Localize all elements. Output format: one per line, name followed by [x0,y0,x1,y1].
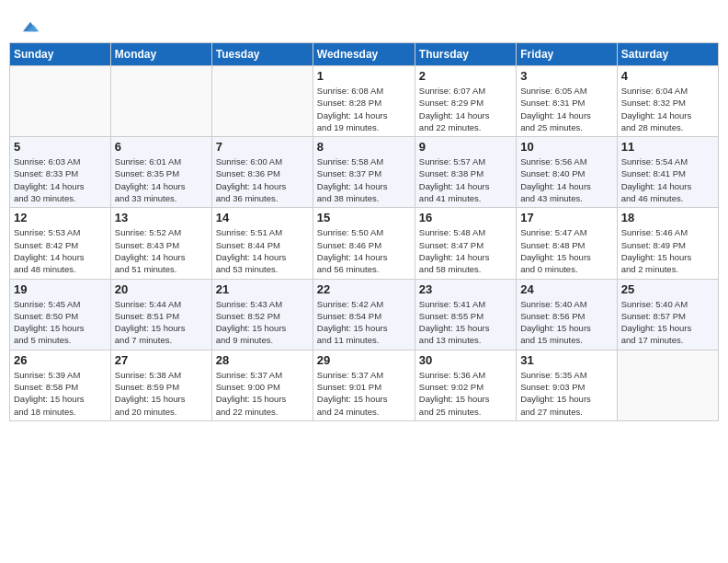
calendar-day-cell: 30Sunrise: 5:36 AM Sunset: 9:02 PM Dayli… [415,350,516,420]
calendar-week-row: 1Sunrise: 6:08 AM Sunset: 8:28 PM Daylig… [10,66,719,137]
calendar-day-cell [110,66,211,137]
calendar-day-cell [211,66,313,137]
day-number: 24 [520,282,612,296]
day-number: 31 [520,353,612,367]
day-number: 11 [621,140,714,154]
calendar-day-cell: 17Sunrise: 5:47 AM Sunset: 8:48 PM Dayli… [517,208,617,279]
day-number: 1 [317,69,411,83]
calendar-day-cell: 23Sunrise: 5:41 AM Sunset: 8:55 PM Dayli… [415,279,516,350]
day-number: 18 [621,211,714,224]
calendar-day-cell: 14Sunrise: 5:51 AM Sunset: 8:44 PM Dayli… [211,208,313,279]
day-info: Sunrise: 5:48 AM Sunset: 8:47 PM Dayligh… [419,226,512,275]
day-info: Sunrise: 5:35 AM Sunset: 9:03 PM Dayligh… [520,369,612,418]
day-number: 19 [14,282,107,296]
day-info: Sunrise: 5:41 AM Sunset: 8:55 PM Dayligh… [419,298,512,347]
day-info: Sunrise: 5:57 AM Sunset: 8:38 PM Dayligh… [419,155,512,204]
calendar-day-cell: 9Sunrise: 5:57 AM Sunset: 8:38 PM Daylig… [415,137,516,208]
day-info: Sunrise: 5:58 AM Sunset: 8:37 PM Dayligh… [317,155,411,204]
day-number: 6 [115,140,208,154]
day-number: 25 [621,282,714,296]
day-number: 20 [115,282,208,296]
day-number: 23 [419,282,512,296]
calendar-day-cell: 28Sunrise: 5:37 AM Sunset: 9:00 PM Dayli… [211,350,313,420]
day-number: 3 [520,69,612,83]
calendar-day-cell [10,66,111,137]
calendar-day-cell: 1Sunrise: 6:08 AM Sunset: 8:28 PM Daylig… [313,66,415,137]
day-number: 8 [317,140,411,154]
weekday-header-saturday: Saturday [617,43,718,66]
day-info: Sunrise: 5:36 AM Sunset: 9:02 PM Dayligh… [419,369,512,418]
weekday-header-sunday: Sunday [10,43,111,66]
day-number: 7 [216,140,309,154]
day-info: Sunrise: 5:51 AM Sunset: 8:44 PM Dayligh… [216,226,309,275]
day-number: 17 [520,211,612,224]
day-number: 9 [419,140,512,154]
weekday-header-monday: Monday [110,43,211,66]
day-number: 4 [621,69,714,83]
logo [18,17,40,33]
day-info: Sunrise: 5:42 AM Sunset: 8:54 PM Dayligh… [317,298,411,347]
calendar-day-cell: 2Sunrise: 6:07 AM Sunset: 8:29 PM Daylig… [415,66,516,137]
calendar-day-cell: 4Sunrise: 6:04 AM Sunset: 8:32 PM Daylig… [617,66,718,137]
day-info: Sunrise: 5:56 AM Sunset: 8:40 PM Dayligh… [520,155,612,204]
calendar-day-cell: 26Sunrise: 5:39 AM Sunset: 8:58 PM Dayli… [10,350,111,420]
day-number: 16 [419,211,512,224]
calendar-day-cell: 29Sunrise: 5:37 AM Sunset: 9:01 PM Dayli… [313,350,415,420]
day-number: 15 [317,211,411,224]
calendar-day-cell: 8Sunrise: 5:58 AM Sunset: 8:37 PM Daylig… [313,137,415,208]
day-info: Sunrise: 6:00 AM Sunset: 8:36 PM Dayligh… [216,155,309,204]
day-number: 30 [419,353,512,367]
calendar-week-row: 26Sunrise: 5:39 AM Sunset: 8:58 PM Dayli… [10,350,719,420]
calendar-day-cell: 15Sunrise: 5:50 AM Sunset: 8:46 PM Dayli… [313,208,415,279]
calendar-day-cell: 6Sunrise: 6:01 AM Sunset: 8:35 PM Daylig… [110,137,211,208]
calendar-day-cell: 5Sunrise: 6:03 AM Sunset: 8:33 PM Daylig… [10,137,111,208]
calendar-week-row: 5Sunrise: 6:03 AM Sunset: 8:33 PM Daylig… [10,137,719,208]
weekday-header-tuesday: Tuesday [211,43,313,66]
day-info: Sunrise: 5:39 AM Sunset: 8:58 PM Dayligh… [14,369,107,418]
calendar-day-cell: 16Sunrise: 5:48 AM Sunset: 8:47 PM Dayli… [415,208,516,279]
weekday-header-wednesday: Wednesday [313,43,415,66]
day-info: Sunrise: 5:53 AM Sunset: 8:42 PM Dayligh… [14,226,107,275]
day-number: 21 [216,282,309,296]
day-number: 27 [115,353,208,367]
day-number: 29 [317,353,411,367]
day-info: Sunrise: 5:43 AM Sunset: 8:52 PM Dayligh… [216,298,309,347]
calendar-day-cell: 7Sunrise: 6:00 AM Sunset: 8:36 PM Daylig… [211,137,313,208]
day-info: Sunrise: 5:45 AM Sunset: 8:50 PM Dayligh… [14,298,107,347]
day-info: Sunrise: 6:01 AM Sunset: 8:35 PM Dayligh… [115,155,208,204]
calendar-day-cell: 20Sunrise: 5:44 AM Sunset: 8:51 PM Dayli… [110,279,211,350]
calendar-day-cell: 12Sunrise: 5:53 AM Sunset: 8:42 PM Dayli… [10,208,111,279]
calendar-day-cell: 31Sunrise: 5:35 AM Sunset: 9:03 PM Dayli… [517,350,617,420]
day-info: Sunrise: 5:40 AM Sunset: 8:56 PM Dayligh… [520,298,612,347]
weekday-header-thursday: Thursday [415,43,516,66]
calendar-day-cell: 13Sunrise: 5:52 AM Sunset: 8:43 PM Dayli… [110,208,211,279]
day-number: 12 [14,211,107,224]
page-header [9,9,719,37]
day-info: Sunrise: 5:38 AM Sunset: 8:59 PM Dayligh… [115,369,208,418]
calendar-day-cell: 10Sunrise: 5:56 AM Sunset: 8:40 PM Dayli… [517,137,617,208]
day-info: Sunrise: 5:46 AM Sunset: 8:49 PM Dayligh… [621,226,714,275]
day-info: Sunrise: 6:08 AM Sunset: 8:28 PM Dayligh… [317,85,411,133]
day-number: 2 [419,69,512,83]
calendar-day-cell: 25Sunrise: 5:40 AM Sunset: 8:57 PM Dayli… [617,279,718,350]
day-info: Sunrise: 5:37 AM Sunset: 9:00 PM Dayligh… [216,369,309,418]
day-number: 13 [115,211,208,224]
weekday-header-row: SundayMondayTuesdayWednesdayThursdayFrid… [10,43,719,66]
day-info: Sunrise: 6:03 AM Sunset: 8:33 PM Dayligh… [14,155,107,204]
calendar-day-cell: 11Sunrise: 5:54 AM Sunset: 8:41 PM Dayli… [617,137,718,208]
calendar-week-row: 12Sunrise: 5:53 AM Sunset: 8:42 PM Dayli… [10,208,719,279]
day-number: 14 [216,211,309,224]
logo-icon [20,17,40,37]
day-info: Sunrise: 5:37 AM Sunset: 9:01 PM Dayligh… [317,369,411,418]
day-info: Sunrise: 5:47 AM Sunset: 8:48 PM Dayligh… [520,226,612,275]
calendar-week-row: 19Sunrise: 5:45 AM Sunset: 8:50 PM Dayli… [10,279,719,350]
calendar-day-cell: 24Sunrise: 5:40 AM Sunset: 8:56 PM Dayli… [517,279,617,350]
calendar-day-cell: 3Sunrise: 6:05 AM Sunset: 8:31 PM Daylig… [517,66,617,137]
weekday-header-friday: Friday [517,43,617,66]
calendar-day-cell: 22Sunrise: 5:42 AM Sunset: 8:54 PM Dayli… [313,279,415,350]
calendar-table: SundayMondayTuesdayWednesdayThursdayFrid… [9,42,719,421]
calendar-day-cell: 18Sunrise: 5:46 AM Sunset: 8:49 PM Dayli… [617,208,718,279]
day-number: 22 [317,282,411,296]
day-info: Sunrise: 6:04 AM Sunset: 8:32 PM Dayligh… [621,85,714,133]
calendar-day-cell: 27Sunrise: 5:38 AM Sunset: 8:59 PM Dayli… [110,350,211,420]
